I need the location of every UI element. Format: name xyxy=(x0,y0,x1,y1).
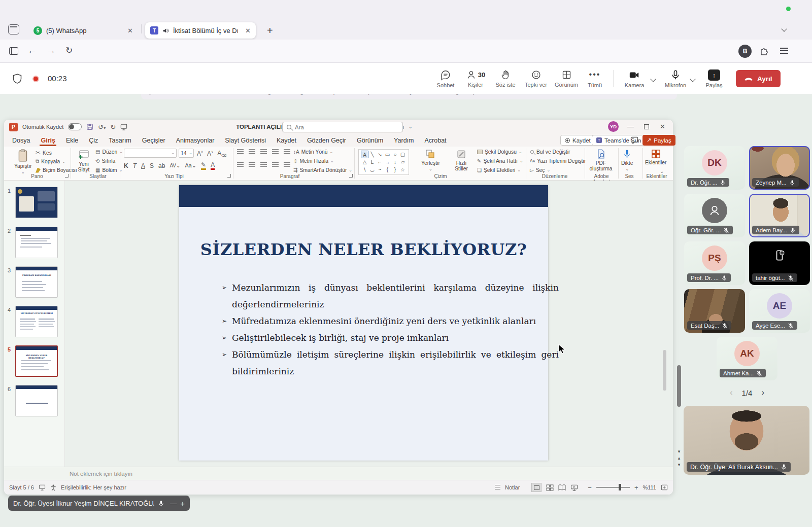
strikethrough-button[interactable]: ab xyxy=(158,162,165,169)
editor-scrollbar-thumb[interactable] xyxy=(663,350,666,391)
shape-effects-button[interactable]: ❏Şekil Efektleri⌄ xyxy=(477,167,521,173)
slide-thumbnail-1[interactable] xyxy=(15,187,58,218)
participant-tile-adem[interactable]: Adem Bay... xyxy=(749,194,810,237)
present-icon[interactable] xyxy=(120,124,127,130)
slide-bullets[interactable]: ➢Mezunlarımızın iş dünyası beklentilerin… xyxy=(222,279,559,380)
normal-view-button[interactable] xyxy=(531,483,542,492)
text-direction-button[interactable]: ↕AMetin Yönü⌄ xyxy=(293,149,333,155)
zoom-in-button[interactable]: + xyxy=(634,484,638,491)
pdf-button[interactable]: PDF oluşturma xyxy=(589,149,613,172)
raise-hand-button[interactable]: Söz iste xyxy=(492,69,519,88)
list-buttons[interactable] xyxy=(237,149,290,154)
tab-teams-meeting[interactable]: T İktisat Bölümü İç ve Dış Pay ✕ xyxy=(145,22,256,39)
arrange-button[interactable]: Yerleştir⌄ xyxy=(421,149,440,171)
display-settings-icon[interactable] xyxy=(39,484,46,490)
curve-shape[interactable]: ~ xyxy=(376,166,384,173)
slideshow-view-button[interactable] xyxy=(570,484,578,491)
brace-right-shape[interactable]: } xyxy=(391,166,399,173)
layout-button[interactable]: ▤Düzen⌄ xyxy=(95,149,123,155)
spotlight-tile-ali-burak[interactable]: Dr. Öğr. Üye. Ali Burak Aksun... xyxy=(684,406,809,475)
justify-icon[interactable] xyxy=(272,162,279,167)
align-right-icon[interactable] xyxy=(260,162,267,167)
zoom-level[interactable]: %111 xyxy=(642,484,656,490)
meeting-shield-icon[interactable] xyxy=(12,73,22,84)
line-shape[interactable]: ╲ xyxy=(368,151,376,158)
participant-tile-ayse[interactable]: AE Ayşe Ese... xyxy=(749,289,810,333)
increase-indent-icon[interactable] xyxy=(272,149,279,154)
page-next-chevron[interactable]: › xyxy=(761,388,764,398)
sidebar-icon[interactable] xyxy=(9,47,18,55)
restore-button[interactable] xyxy=(644,124,649,129)
close-button[interactable]: ✕ xyxy=(660,123,665,130)
change-case-button[interactable]: Aa⌄ xyxy=(185,162,196,169)
underline-button[interactable]: A xyxy=(141,162,145,169)
undo-icon[interactable]: ↺▾ xyxy=(98,123,106,131)
slide-canvas[interactable]: SİZLERDEN NELER BEKLİYORUZ? ➢Mezunlarımı… xyxy=(179,185,548,461)
reset-button[interactable]: ⟲Sıfırla xyxy=(95,158,115,164)
collapse-bar-icon[interactable]: — xyxy=(170,500,177,507)
menu-gorunum[interactable]: Görünüm xyxy=(356,135,384,146)
smartart-button[interactable]: ⇶SmartArt'a Dönüştür⌄ xyxy=(293,167,352,173)
reading-view-button[interactable] xyxy=(558,484,566,491)
new-slide-button[interactable]: Yeni Slayt xyxy=(74,149,93,173)
menu-kaydet[interactable]: Kaydet xyxy=(276,135,297,146)
clipboard-dialog-launcher[interactable] xyxy=(65,174,69,178)
autosave-toggle[interactable] xyxy=(68,123,82,130)
record-button[interactable]: Kaydet xyxy=(560,135,595,146)
menu-ciz[interactable]: Çiz xyxy=(88,135,99,146)
bullet-item[interactable]: ➢Müfredatımıza eklenmesini önerdiğiniz y… xyxy=(222,313,559,330)
elbow2-shape[interactable]: ⌐ xyxy=(376,158,384,166)
people-button[interactable]: 30 Kişiler xyxy=(461,69,490,88)
title-chevron-icon[interactable]: ⌄ xyxy=(409,124,413,129)
zoom-out-button[interactable]: − xyxy=(588,484,592,491)
paragraph-dialog-launcher[interactable] xyxy=(349,174,353,178)
char-spacing-button[interactable]: A︎V⌄ xyxy=(170,163,180,168)
slide-title[interactable]: SİZLERDEN NELER BEKLİYORUZ? xyxy=(179,240,548,259)
align-text-button[interactable]: ⇳Metni Hizala⌄ xyxy=(293,158,334,164)
menu-tasarim[interactable]: Tasarım xyxy=(108,135,132,146)
menu-giris[interactable]: Giriş xyxy=(40,135,56,146)
menu-ekle[interactable]: Ekle xyxy=(65,135,79,146)
italic-button[interactable]: T xyxy=(133,162,137,169)
reload-button[interactable]: ↻ xyxy=(65,45,73,56)
forward-button[interactable]: → xyxy=(46,45,56,56)
more-button[interactable]: ••• Tümü xyxy=(583,69,607,88)
font-style-buttons[interactable]: K T A S ab A︎V⌄ Aa⌄ ✎ A xyxy=(124,161,215,170)
account-avatar[interactable]: YD xyxy=(608,121,619,132)
rect-shape[interactable]: ▭ xyxy=(384,151,391,158)
textbox-shape[interactable]: A xyxy=(361,151,368,158)
rounded-rect-shape[interactable]: ▢ xyxy=(399,151,407,158)
ppt-search-box[interactable]: Ara xyxy=(282,122,403,132)
oval-shape[interactable]: ○ xyxy=(391,151,399,158)
bullet-list-icon[interactable] xyxy=(237,149,244,154)
menu-animasyonlar[interactable]: Animasyonlar xyxy=(175,135,216,146)
notes-bar[interactable]: Not eklemek için tıklayın xyxy=(4,467,673,480)
numbered-list-icon[interactable] xyxy=(249,149,255,154)
bullet-item[interactable]: ➢Mezunlarımızın iş dünyası beklentilerin… xyxy=(222,279,559,313)
down-arrow-shape[interactable]: ↓ xyxy=(391,158,399,166)
copy-button[interactable]: ⧉Kopyala⌄ xyxy=(36,158,65,164)
elbow-shape[interactable]: L xyxy=(368,158,376,166)
page-scrollbar-thumb[interactable] xyxy=(677,365,681,407)
new-tab-button[interactable]: + xyxy=(267,25,273,37)
back-button[interactable]: ← xyxy=(27,45,37,56)
tab-audio-icon[interactable] xyxy=(162,27,169,34)
font-name-select[interactable]: ⌄ xyxy=(124,149,177,158)
menu-dosya[interactable]: Dosya xyxy=(11,135,31,146)
menu-slayt-gosterisi[interactable]: Slayt Gösterisi xyxy=(224,135,267,146)
zoom-slider[interactable] xyxy=(596,487,630,488)
menu-gecisler[interactable]: Geçişler xyxy=(141,135,166,146)
close-tab-icon[interactable]: ✕ xyxy=(127,27,133,34)
menu-acrobat[interactable]: Acrobat xyxy=(423,135,447,146)
line-spacing-icon[interactable] xyxy=(284,149,290,154)
accessibility-status[interactable]: Erişilebilirlik: Her şey hazır xyxy=(61,484,126,490)
shape-fill-button[interactable]: Şekil Dolgusu⌄ xyxy=(477,149,522,155)
decrease-indent-icon[interactable] xyxy=(260,149,267,154)
expand-bar-icon[interactable]: + xyxy=(180,499,185,508)
slide-thumbnail-6[interactable] xyxy=(15,385,58,416)
triangle-shape[interactable]: △ xyxy=(361,158,368,166)
brace-left-shape[interactable]: { xyxy=(384,166,391,173)
bullet-item[interactable]: ➢Bölümümüzle iletişim süreçlerine ilişki… xyxy=(222,346,559,380)
section-button[interactable]: ▦Bölüm⌄ xyxy=(95,167,122,173)
align-buttons[interactable] xyxy=(237,162,290,167)
